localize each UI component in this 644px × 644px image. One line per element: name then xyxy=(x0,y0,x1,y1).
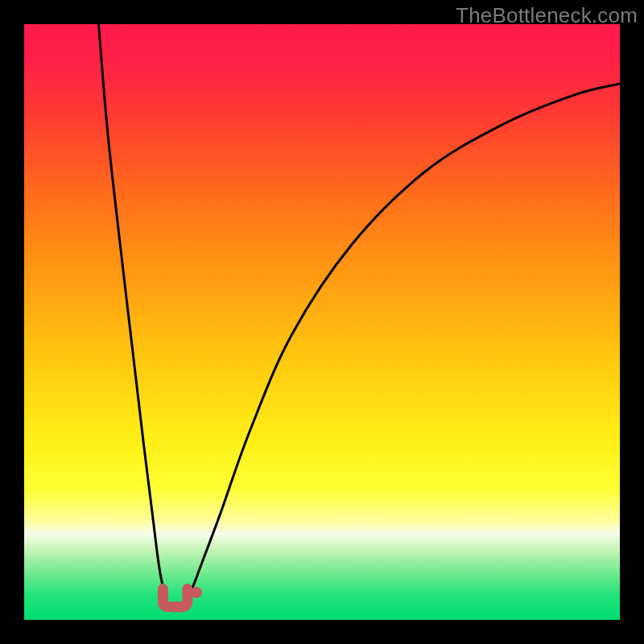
plot-area xyxy=(24,24,620,620)
cusp-u-marker xyxy=(163,589,187,607)
curve-left-branch xyxy=(99,24,167,593)
watermark-text: TheBottleneck.com xyxy=(456,3,638,28)
outer-frame: TheBottleneck.com xyxy=(0,0,644,644)
curve-layer xyxy=(24,24,620,620)
cusp-dot-marker xyxy=(191,587,202,598)
curve-right-branch xyxy=(190,84,620,593)
